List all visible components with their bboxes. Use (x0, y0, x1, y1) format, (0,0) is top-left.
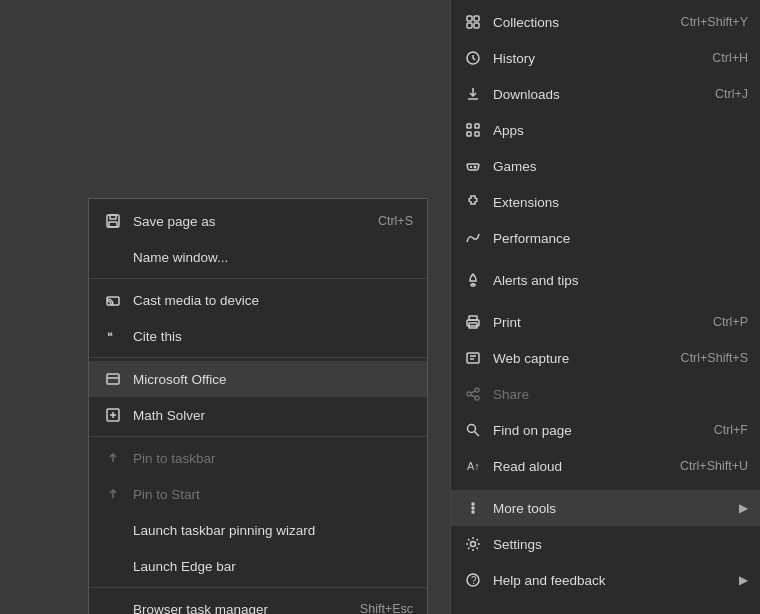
moretools-label: More tools (493, 501, 735, 516)
svg-point-31 (472, 507, 474, 509)
cast-label: Cast media to device (133, 293, 413, 308)
svg-line-25 (471, 391, 475, 393)
pinstart-label: Pin to Start (133, 487, 413, 502)
svg-text:A↑: A↑ (467, 460, 480, 472)
extensions-icon (463, 192, 483, 212)
menu-item-webcapture[interactable]: Web capture Ctrl+Shift+S (451, 340, 760, 376)
menu-item-performance[interactable]: Performance (451, 220, 760, 256)
downloads-label: Downloads (493, 87, 705, 102)
svg-text:?: ? (471, 575, 477, 586)
savepage-label: Save page as (133, 214, 378, 229)
sub-item-cast[interactable]: Cast media to device (89, 282, 427, 318)
sub-item-namewindow[interactable]: Name window... (89, 239, 427, 275)
svg-rect-8 (475, 124, 479, 128)
menu-item-settings[interactable]: Settings (451, 526, 760, 562)
menu-item-alerts[interactable]: Alerts and tips (451, 262, 760, 298)
svg-point-27 (468, 425, 476, 433)
main-context-menu: Collections Ctrl+Shift+Y History Ctrl+H … (450, 0, 760, 614)
readaloud-icon: A↑ (463, 456, 483, 476)
svg-point-24 (475, 396, 479, 400)
webcapture-label: Web capture (493, 351, 671, 366)
menu-item-find[interactable]: Find on page Ctrl+F (451, 412, 760, 448)
svg-rect-3 (474, 23, 479, 28)
menu-item-close[interactable]: Close Microsoft Edge (451, 604, 760, 614)
games-icon (463, 156, 483, 176)
sub-item-pintaskbar: Pin to taskbar (89, 440, 427, 476)
help-label: Help and feedback (493, 573, 735, 588)
collections-shortcut: Ctrl+Shift+Y (681, 15, 748, 29)
menu-item-downloads[interactable]: Downloads Ctrl+J (451, 76, 760, 112)
svg-line-28 (475, 432, 480, 437)
menu-item-moretools[interactable]: More tools ▶ (451, 490, 760, 526)
sub-divider-4 (89, 587, 427, 588)
svg-rect-41 (107, 374, 119, 384)
games-label: Games (493, 159, 748, 174)
readaloud-label: Read aloud (493, 459, 670, 474)
sub-item-edgebar[interactable]: Launch Edge bar (89, 548, 427, 584)
webcapture-icon (463, 348, 483, 368)
svg-point-22 (475, 388, 479, 392)
extensions-label: Extensions (493, 195, 748, 210)
namewindow-label: Name window... (133, 250, 413, 265)
svg-rect-38 (109, 222, 117, 227)
webcapture-shortcut: Ctrl+Shift+S (681, 351, 748, 365)
sub-item-taskmgr[interactable]: Browser task manager Shift+Esc (89, 591, 427, 614)
sub-divider-2 (89, 357, 427, 358)
apps-icon (463, 120, 483, 140)
menu-item-games[interactable]: Games (451, 148, 760, 184)
collections-icon (463, 12, 483, 32)
taskmgr-icon (103, 599, 123, 614)
performance-label: Performance (493, 231, 748, 246)
readaloud-shortcut: Ctrl+Shift+U (680, 459, 748, 473)
sub-item-pinstart: Pin to Start (89, 476, 427, 512)
namewindow-icon (103, 247, 123, 267)
find-icon (463, 420, 483, 440)
svg-line-26 (471, 395, 475, 397)
svg-point-33 (471, 542, 476, 547)
edgebar-icon (103, 556, 123, 576)
sub-item-savepage[interactable]: Save page as Ctrl+S (89, 203, 427, 239)
menu-item-share: Share (451, 376, 760, 412)
pintaskbar-icon (103, 448, 123, 468)
svg-rect-0 (467, 16, 472, 21)
print-shortcut: Ctrl+P (713, 315, 748, 329)
performance-icon (463, 228, 483, 248)
pinstart-icon (103, 484, 123, 504)
svg-rect-2 (467, 23, 472, 28)
menu-item-apps[interactable]: Apps (451, 112, 760, 148)
collections-label: Collections (493, 15, 671, 30)
menu-item-history[interactable]: History Ctrl+H (451, 40, 760, 76)
downloads-icon (463, 84, 483, 104)
moretools-icon (463, 498, 483, 518)
menu-item-help[interactable]: ? Help and feedback ▶ (451, 562, 760, 598)
print-label: Print (493, 315, 703, 330)
sub-item-taskbarwizard[interactable]: Launch taskbar pinning wizard (89, 512, 427, 548)
sub-item-mathsolver[interactable]: Math Solver (89, 397, 427, 433)
cite-label: Cite this (133, 329, 413, 344)
taskbarwizard-icon (103, 520, 123, 540)
savepage-shortcut: Ctrl+S (378, 214, 413, 228)
history-shortcut: Ctrl+H (712, 51, 748, 65)
menu-item-extensions[interactable]: Extensions (451, 184, 760, 220)
print-icon (463, 312, 483, 332)
menu-item-collections[interactable]: Collections Ctrl+Shift+Y (451, 4, 760, 40)
menu-item-readaloud[interactable]: A↑ Read aloud Ctrl+Shift+U (451, 448, 760, 484)
menu-item-print[interactable]: Print Ctrl+P (451, 304, 760, 340)
msoffice-icon (103, 369, 123, 389)
help-icon: ? (463, 570, 483, 590)
settings-label: Settings (493, 537, 748, 552)
svg-point-13 (474, 166, 476, 168)
taskmgr-shortcut: Shift+Esc (360, 602, 413, 614)
sub-divider-3 (89, 436, 427, 437)
savepage-icon (103, 211, 123, 231)
share-label: Share (493, 387, 748, 402)
mathsolver-label: Math Solver (133, 408, 413, 423)
sub-item-cite[interactable]: ❝ Cite this (89, 318, 427, 354)
help-arrow: ▶ (739, 573, 748, 587)
taskbarwizard-label: Launch taskbar pinning wizard (133, 523, 413, 538)
sub-divider-1 (89, 278, 427, 279)
sub-context-menu: Save page as Ctrl+S Name window... Cast … (88, 198, 428, 614)
sub-item-msoffice[interactable]: Microsoft Office (89, 361, 427, 397)
pintaskbar-label: Pin to taskbar (133, 451, 413, 466)
svg-point-23 (467, 392, 471, 396)
